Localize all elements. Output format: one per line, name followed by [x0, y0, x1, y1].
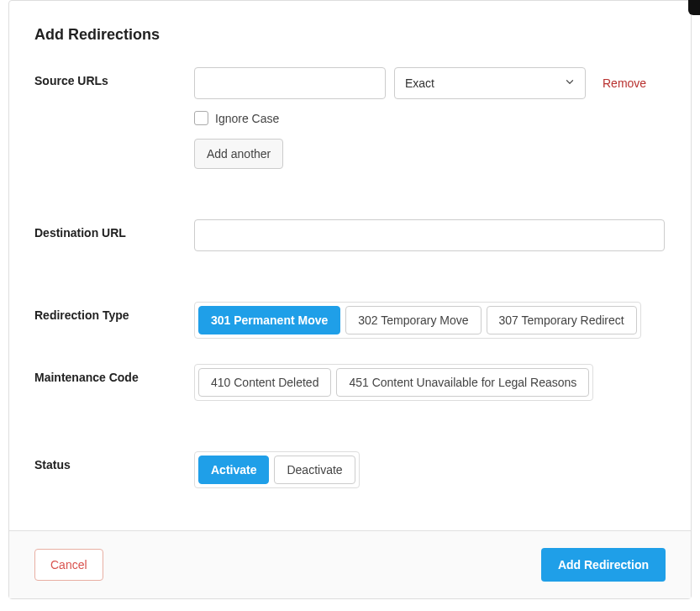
label-destination-url: Destination URL [34, 219, 194, 240]
row-source-urls: Source URLs Exact Remove [34, 67, 666, 169]
label-maintenance-code: Maintenance Code [34, 364, 194, 384]
row-maintenance-code: Maintenance Code 410 Content Deleted 451… [34, 364, 666, 401]
ignore-case-checkbox[interactable] [194, 111, 208, 125]
pill-301[interactable]: 301 Permanent Move [198, 306, 340, 334]
source-url-row: Exact Remove [194, 67, 666, 99]
label-status: Status [34, 451, 194, 471]
remove-source-link[interactable]: Remove [603, 76, 646, 90]
destination-controls [194, 219, 666, 251]
row-destination-url: Destination URL [34, 219, 666, 251]
maintenance-code-group: 410 Content Deleted 451 Content Unavaila… [194, 364, 593, 401]
redirection-type-group: 301 Permanent Move 302 Temporary Move 30… [194, 302, 641, 339]
panel-title: Add Redirections [34, 26, 666, 44]
pill-302[interactable]: 302 Temporary Move [345, 306, 481, 334]
add-redirection-button[interactable]: Add Redirection [541, 548, 666, 582]
label-source-urls: Source URLs [34, 67, 194, 87]
label-redirection-type: Redirection Type [34, 302, 194, 322]
match-type-select[interactable]: Exact [394, 67, 586, 99]
status-group: Activate Deactivate [194, 451, 360, 488]
pill-deactivate[interactable]: Deactivate [274, 456, 355, 484]
ignore-case-label: Ignore Case [215, 112, 279, 125]
row-status: Status Activate Deactivate [34, 451, 666, 488]
pill-451[interactable]: 451 Content Unavailable for Legal Reason… [336, 368, 589, 397]
pill-410[interactable]: 410 Content Deleted [198, 368, 331, 397]
panel-body: Add Redirections Source URLs Exact Remov… [9, 1, 691, 530]
cancel-button[interactable]: Cancel [34, 549, 103, 581]
redirection-type-controls: 301 Permanent Move 302 Temporary Move 30… [194, 302, 666, 339]
ignore-case-row: Ignore Case [194, 111, 666, 125]
pill-307[interactable]: 307 Temporary Redirect [487, 306, 637, 334]
window-corner-decoration [688, 0, 700, 15]
row-redirection-type: Redirection Type 301 Permanent Move 302 … [34, 302, 666, 339]
add-another-button[interactable]: Add another [194, 139, 283, 169]
destination-url-input[interactable] [194, 219, 665, 251]
maintenance-code-controls: 410 Content Deleted 451 Content Unavaila… [194, 364, 666, 401]
match-type-select-wrap: Exact [394, 67, 586, 99]
add-redirections-panel: Add Redirections Source URLs Exact Remov… [8, 0, 692, 599]
source-controls: Exact Remove Ignore Case Add another [194, 67, 666, 169]
pill-activate[interactable]: Activate [198, 456, 269, 484]
status-controls: Activate Deactivate [194, 451, 666, 488]
panel-footer: Cancel Add Redirection [9, 530, 691, 598]
source-url-input[interactable] [194, 67, 386, 99]
